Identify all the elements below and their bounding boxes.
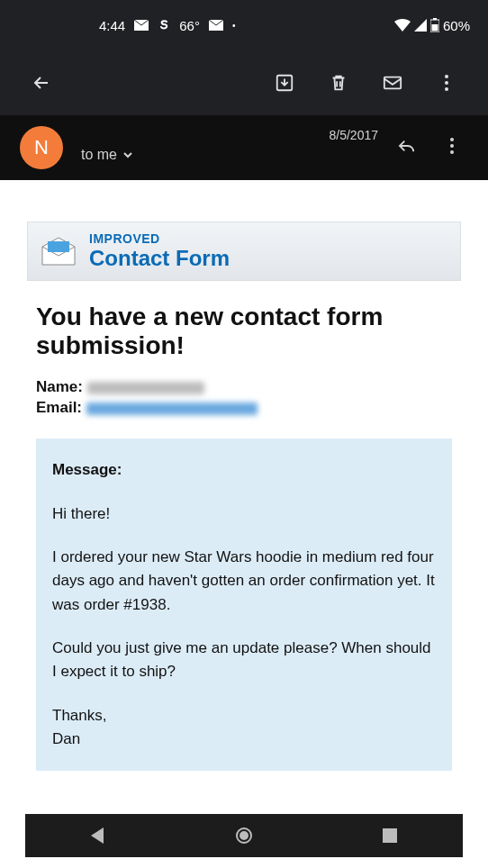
status-left: 4:44 66° • <box>99 18 235 33</box>
wifi-icon <box>394 19 411 32</box>
message-p1: Hi there! <box>52 502 436 526</box>
message-more-button[interactable] <box>436 130 468 162</box>
avatar[interactable]: N <box>20 126 63 169</box>
message-p4: Thanks, Dan <box>52 704 436 752</box>
envelope-icon <box>41 236 77 267</box>
email-line: Email: <box>36 399 452 417</box>
status-right: 60% <box>394 18 470 33</box>
mail-button[interactable] <box>371 61 414 104</box>
recipient-dropdown[interactable]: to me <box>81 147 133 163</box>
svg-rect-1 <box>433 18 437 20</box>
svg-point-5 <box>445 75 448 78</box>
email-date: 8/5/2017 <box>330 128 379 142</box>
nav-home[interactable] <box>226 818 262 854</box>
battery-icon <box>430 18 439 32</box>
svg-rect-14 <box>383 828 397 843</box>
svg-rect-2 <box>431 24 438 32</box>
message-p3: Could you just give me an update please?… <box>52 637 436 684</box>
signal-icon <box>414 19 427 32</box>
name-value-redacted <box>87 382 204 394</box>
svg-rect-4 <box>384 77 401 89</box>
svg-point-10 <box>450 150 454 154</box>
message-label: Message: <box>52 458 436 482</box>
more-button[interactable] <box>425 61 468 104</box>
email-label: Email: <box>36 399 82 416</box>
svg-point-7 <box>445 87 448 91</box>
nav-bar <box>25 814 463 857</box>
back-button[interactable] <box>20 61 63 104</box>
recipient-label: to me <box>81 147 117 163</box>
headline: You have a new contact form submission! <box>36 303 452 360</box>
delete-button[interactable] <box>317 61 360 104</box>
email-content: You have a new contact form submission! … <box>0 281 488 771</box>
nav-back[interactable] <box>80 818 116 854</box>
svg-point-6 <box>445 81 448 85</box>
message-box: Message: Hi there! I ordered your new St… <box>36 439 452 771</box>
mail-icon <box>134 20 149 31</box>
status-battery: 60% <box>443 18 470 33</box>
email-value-redacted <box>86 402 258 415</box>
message-p2: I ordered your new Star Wars hoodie in m… <box>52 546 436 617</box>
message-text: Hi there! I ordered your new Star Wars h… <box>52 502 436 752</box>
status-temp: 66° <box>179 18 200 33</box>
toolbar <box>0 50 488 115</box>
svg-point-8 <box>450 138 454 141</box>
mail-icon-2 <box>209 20 223 31</box>
sender-row: N to me 8/5/2017 <box>0 115 488 180</box>
name-label: Name: <box>36 378 83 395</box>
chevron-down-icon <box>122 151 133 158</box>
dot-icon: • <box>232 21 236 31</box>
banner-line2: Contact Form <box>89 246 230 271</box>
svg-point-13 <box>240 832 248 839</box>
email-body: IMPROVED Contact Form You have a new con… <box>0 222 488 771</box>
reply-button[interactable] <box>391 130 423 162</box>
status-time: 4:44 <box>99 18 125 33</box>
status-bar: 4:44 66° • 60% <box>0 0 488 50</box>
nav-recent[interactable] <box>372 818 408 854</box>
name-line: Name: <box>36 378 452 396</box>
avatar-initial: N <box>34 136 49 159</box>
svg-rect-11 <box>48 241 69 252</box>
banner-line1: IMPROVED <box>89 231 230 246</box>
s-icon <box>158 19 170 32</box>
plugin-banner: IMPROVED Contact Form <box>27 222 461 281</box>
svg-point-9 <box>450 144 454 148</box>
archive-button[interactable] <box>263 61 306 104</box>
